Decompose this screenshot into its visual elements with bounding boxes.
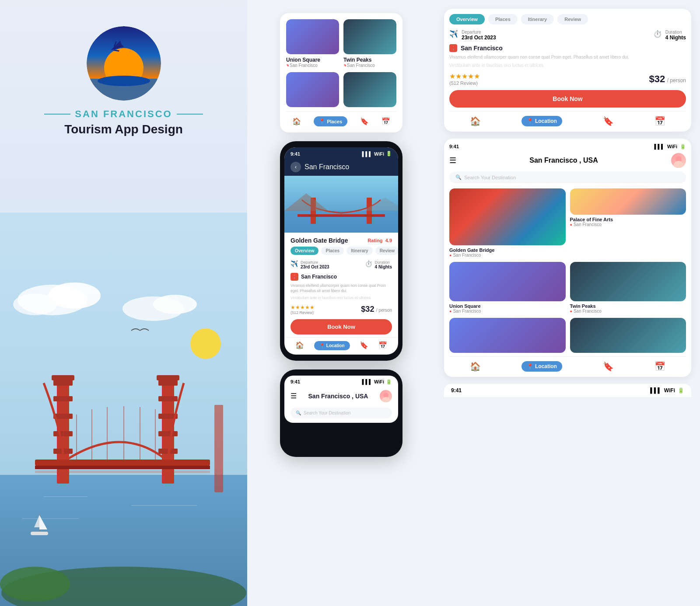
rp2-card-coit[interactable] bbox=[570, 318, 686, 353]
svg-rect-16 bbox=[31, 532, 48, 535]
tab-itinerary[interactable]: Itinerary bbox=[346, 247, 372, 255]
nav-location-btn-small-active[interactable]: 📍 Places bbox=[314, 116, 347, 126]
r-duration-icon: ⏱️ bbox=[653, 30, 662, 38]
r-nav-calendar[interactable]: 📅 bbox=[654, 116, 665, 126]
tab-review[interactable]: Review bbox=[375, 247, 398, 255]
rp2-wifi: WiFi bbox=[667, 144, 677, 150]
r-price-section: $32 / person bbox=[649, 73, 686, 85]
nav-home-btn-small[interactable]: 🏠 bbox=[292, 117, 301, 125]
home-icon-small: 🏠 bbox=[292, 117, 301, 125]
rp2-loc-union: ● San Francisco bbox=[449, 309, 566, 313]
svg-rect-50 bbox=[298, 214, 385, 217]
title-line-right bbox=[177, 114, 203, 115]
signal-icon-1: ▌▌▌ bbox=[362, 151, 372, 157]
svg-rect-20 bbox=[53, 396, 73, 401]
status-icons-2: ▌▌▌ WiFi 🔋 bbox=[362, 379, 392, 385]
user-avatar[interactable] bbox=[380, 390, 392, 402]
rp2-location-nav-icon: 📍 bbox=[527, 363, 533, 369]
rp2-search-bar[interactable]: 🔍 Search Your Destination bbox=[449, 171, 686, 183]
r-bottom-nav: 🏠 📍 Location 🔖 📅 bbox=[449, 111, 686, 126]
nav-calendar-btn-small[interactable]: 📅 bbox=[382, 117, 390, 125]
departure-icon: ✈️ bbox=[290, 260, 298, 267]
rp2-search-icon: 🔍 bbox=[455, 174, 462, 180]
r-nav-location-active[interactable]: 📍 Location bbox=[522, 116, 562, 126]
phone-mockup-list: 9:41 ▌▌▌ WiFi 🔋 ☰ San Francisco , USA bbox=[280, 369, 402, 457]
rp2-search-placeholder: Search Your Destination bbox=[464, 175, 516, 180]
nav-bookmark-icon[interactable]: 🔖 bbox=[360, 341, 368, 350]
small-card-union-square[interactable]: Union Square San Francisco bbox=[286, 19, 339, 68]
search-bar[interactable]: 🔍 Search Your Destination bbox=[290, 407, 392, 418]
rating-value: 4.9 bbox=[385, 238, 392, 243]
right-phone-list: 9:41 ▌▌▌ WiFi 🔋 ☰ San Francisco , USA 🔍 … bbox=[444, 139, 691, 377]
phone-screen-detail: 9:41 ▌▌▌ WiFi 🔋 ‹ San Francisco bbox=[284, 147, 398, 355]
tab-places[interactable]: Places bbox=[321, 247, 344, 255]
r-nav-home[interactable]: 🏠 bbox=[470, 116, 481, 126]
book-now-button[interactable]: Book Now bbox=[290, 319, 392, 334]
rp2-card-golden-gate[interactable]: Golden Gate Bridge ● San Francisco bbox=[449, 188, 566, 258]
r-location-section: 📍 San Francisco Vivamus eleifend ullamco… bbox=[449, 44, 686, 69]
rp2-time: 9:41 bbox=[449, 144, 459, 150]
hero-image bbox=[284, 176, 398, 233]
r-departure-label: Departure bbox=[462, 30, 496, 35]
rp2-name-golden-gate: Golden Gate Bridge bbox=[449, 247, 566, 253]
nav-bookmark-btn-small[interactable]: 🔖 bbox=[360, 117, 369, 125]
r-price-per: / person bbox=[667, 77, 686, 84]
small-card-twin-peaks[interactable]: Twin Peaks San Francisco bbox=[343, 19, 396, 68]
rp2-nav-calendar[interactable]: 📅 bbox=[654, 361, 665, 372]
rp2-nav-location-active[interactable]: 📍 Location bbox=[522, 361, 562, 372]
rp2-menu-icon[interactable]: ☰ bbox=[449, 156, 456, 165]
rp2-signal: ▌▌▌ bbox=[654, 144, 664, 150]
rp2-avatar[interactable] bbox=[671, 153, 686, 168]
rp3-status-bar: 9:41 ▌▌▌ WiFi 🔋 bbox=[444, 384, 691, 397]
wifi-icon-1: WiFi bbox=[374, 151, 384, 157]
star-rating: ★★★★★ bbox=[290, 304, 315, 310]
rp2-nav-home[interactable]: 🏠 bbox=[470, 361, 481, 372]
r-book-now-button[interactable]: Book Now bbox=[449, 90, 686, 108]
nav-location-active[interactable]: 📍 Location bbox=[314, 341, 350, 350]
location-nav-label: Location bbox=[326, 343, 345, 348]
nav-calendar-icon[interactable]: 📅 bbox=[378, 341, 387, 350]
nav-home-icon[interactable]: 🏠 bbox=[295, 341, 304, 350]
search-placeholder: Search Your Destination bbox=[304, 411, 350, 415]
card-loc-twin: San Francisco bbox=[343, 63, 396, 68]
back-button[interactable]: ‹ bbox=[290, 162, 301, 172]
rp2-img-alcatraz bbox=[449, 318, 566, 353]
rp2-card-palace[interactable]: Palace of Fine Arts ● San Francisco bbox=[570, 188, 686, 258]
svg-point-4 bbox=[98, 76, 150, 86]
battery-2: 🔋 bbox=[386, 379, 392, 385]
r-departure-icon: ✈️ bbox=[449, 30, 458, 38]
r-duration-value: 4 Nights bbox=[665, 35, 686, 41]
svg-rect-32 bbox=[35, 460, 210, 466]
rp2-card-union[interactable]: Union Square ● San Francisco bbox=[449, 262, 566, 313]
right-tab-overview[interactable]: Overview bbox=[449, 14, 485, 24]
description-text-2: Vestibulum ante in faucibus orci luctus … bbox=[284, 295, 398, 302]
rp2-status-icons: ▌▌▌ WiFi 🔋 bbox=[654, 144, 686, 150]
right-panel: Overview Places Itinerary Review ✈️ Depa… bbox=[435, 0, 700, 606]
city-name: SAN FRANCISCO bbox=[75, 108, 172, 120]
r-nav-bookmark[interactable]: 🔖 bbox=[603, 116, 614, 126]
menu-icon[interactable]: ☰ bbox=[290, 392, 297, 400]
departure-item: ✈️ Departure 23rd Oct 2023 bbox=[290, 260, 329, 269]
small-card-4[interactable] bbox=[343, 72, 396, 107]
stars-section: ★★★★★ (512 Review) bbox=[290, 304, 315, 315]
rp2-card-twin[interactable]: Twin Peaks ● San Francisco bbox=[570, 262, 686, 313]
right-tab-review[interactable]: Review bbox=[557, 14, 588, 24]
rp2-card-alcatraz[interactable] bbox=[449, 318, 566, 353]
rp2-city-title: San Francisco , USA bbox=[529, 157, 598, 164]
departure-info: Departure 23rd Oct 2023 bbox=[301, 260, 329, 269]
app-subtitle: Tourism App Design bbox=[64, 122, 183, 136]
tab-overview[interactable]: Overview bbox=[290, 247, 318, 255]
battery-icon-1: 🔋 bbox=[386, 151, 392, 157]
r-location-nav-label: Location bbox=[535, 118, 557, 124]
right-tab-itinerary[interactable]: Itinerary bbox=[521, 14, 554, 24]
small-card-3[interactable] bbox=[286, 72, 339, 107]
svg-rect-47 bbox=[284, 211, 398, 233]
departure-label: Departure bbox=[301, 260, 329, 265]
status-bar-2: 9:41 ▌▌▌ WiFi 🔋 bbox=[284, 376, 398, 387]
top-cards-widget: Union Square San Francisco Twin Peaks Sa… bbox=[280, 13, 402, 132]
svg-rect-29 bbox=[158, 431, 178, 436]
r-departure-item: ✈️ Departure 23rd Oct 2023 bbox=[449, 30, 496, 41]
rp2-nav-bookmark[interactable]: 🔖 bbox=[603, 361, 614, 372]
right-tab-places[interactable]: Places bbox=[488, 14, 518, 24]
svg-rect-22 bbox=[53, 431, 73, 436]
